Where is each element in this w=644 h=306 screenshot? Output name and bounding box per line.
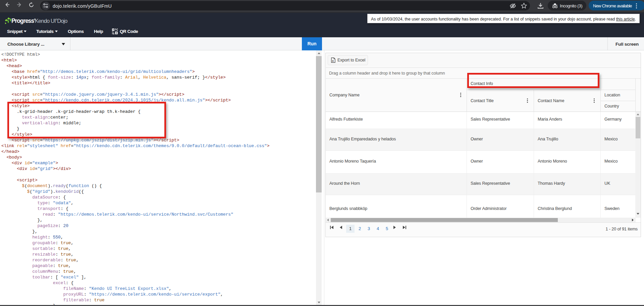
svg-text:x: x (332, 59, 334, 62)
